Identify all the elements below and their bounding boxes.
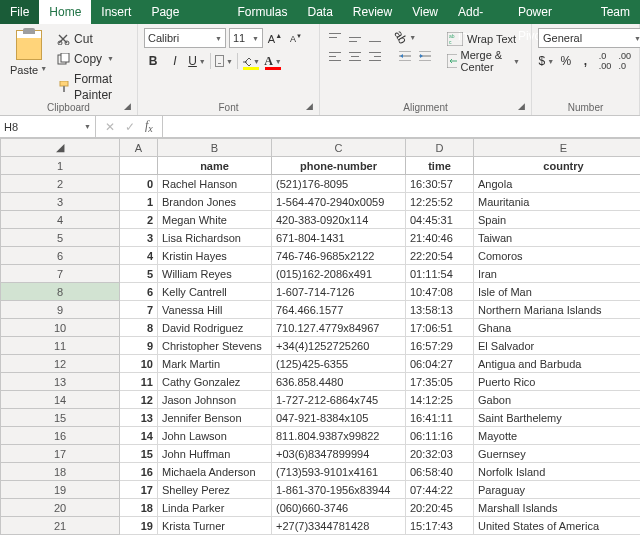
spreadsheet[interactable]: ◢ A B C D E 1 name phone-number time cou…: [0, 138, 640, 535]
col-header[interactable]: D: [406, 139, 474, 157]
currency-button[interactable]: $▼: [538, 52, 555, 70]
cell[interactable]: David Rodriguez: [158, 319, 272, 337]
cell[interactable]: Brandon Jones: [158, 193, 272, 211]
tab-insert[interactable]: Insert: [91, 0, 141, 24]
cell[interactable]: Angola: [474, 175, 641, 193]
cell[interactable]: 811.804.9387x99822: [272, 427, 406, 445]
cell[interactable]: 4: [120, 247, 158, 265]
cell[interactable]: Cathy Gonzalez: [158, 373, 272, 391]
cell[interactable]: Norfolk Island: [474, 463, 641, 481]
cell[interactable]: Iran: [474, 265, 641, 283]
row-header[interactable]: 12: [1, 355, 120, 373]
font-color-button[interactable]: A▼: [264, 52, 282, 70]
row-header[interactable]: 15: [1, 409, 120, 427]
tab-view[interactable]: View: [402, 0, 448, 24]
cell[interactable]: 710.127.4779x84967: [272, 319, 406, 337]
col-header[interactable]: C: [272, 139, 406, 157]
cell[interactable]: 10:47:08: [406, 283, 474, 301]
cell[interactable]: Christopher Stevens: [158, 337, 272, 355]
align-center-button[interactable]: [346, 47, 364, 65]
cell[interactable]: 06:04:27: [406, 355, 474, 373]
align-right-button[interactable]: [366, 47, 384, 65]
cell[interactable]: 17:06:51: [406, 319, 474, 337]
cell[interactable]: (125)425-6355: [272, 355, 406, 373]
cell[interactable]: Mauritania: [474, 193, 641, 211]
border-button[interactable]: ▼: [215, 52, 233, 70]
select-all-corner[interactable]: ◢: [1, 139, 120, 157]
cell[interactable]: 13:58:13: [406, 301, 474, 319]
cell[interactable]: Kristin Hayes: [158, 247, 272, 265]
cell[interactable]: 20:20:45: [406, 499, 474, 517]
cell[interactable]: 1-861-370-1956x83944: [272, 481, 406, 499]
row-header[interactable]: 1: [1, 157, 120, 175]
cell[interactable]: 17:35:05: [406, 373, 474, 391]
cell[interactable]: 16:57:29: [406, 337, 474, 355]
cell[interactable]: 6: [120, 283, 158, 301]
cell[interactable]: John Lawson: [158, 427, 272, 445]
cell[interactable]: 20:32:03: [406, 445, 474, 463]
cell[interactable]: 1-607-714-7126: [272, 283, 406, 301]
dialog-launcher-icon[interactable]: ◢: [515, 101, 527, 113]
enter-icon[interactable]: ✓: [120, 120, 140, 134]
cell[interactable]: Gabon: [474, 391, 641, 409]
cell[interactable]: 047-921-8384x105: [272, 409, 406, 427]
formula-input[interactable]: [163, 116, 640, 137]
increase-decimal-button[interactable]: .0.00: [597, 52, 614, 70]
cell[interactable]: 16: [120, 463, 158, 481]
cell[interactable]: John Huffman: [158, 445, 272, 463]
font-size-select[interactable]: 11 ▼: [229, 28, 263, 48]
cell[interactable]: Guernsey: [474, 445, 641, 463]
row-header[interactable]: 21: [1, 517, 120, 535]
cell[interactable]: name: [158, 157, 272, 175]
orientation-button[interactable]: ab▼: [396, 28, 414, 46]
cell[interactable]: Kelly Cantrell: [158, 283, 272, 301]
row-header[interactable]: 17: [1, 445, 120, 463]
cell[interactable]: 5: [120, 265, 158, 283]
cell[interactable]: (060)660-3746: [272, 499, 406, 517]
cell[interactable]: 17: [120, 481, 158, 499]
tab-home[interactable]: Home: [39, 0, 91, 24]
cell[interactable]: Saint Barthelemy: [474, 409, 641, 427]
fill-color-button[interactable]: ▼: [242, 52, 260, 70]
row-header[interactable]: 13: [1, 373, 120, 391]
cell[interactable]: El Salvador: [474, 337, 641, 355]
cell[interactable]: [120, 157, 158, 175]
cell[interactable]: 8: [120, 319, 158, 337]
cell[interactable]: Antigua and Barbuda: [474, 355, 641, 373]
col-header[interactable]: A: [120, 139, 158, 157]
cut-button[interactable]: Cut: [54, 30, 131, 48]
cell[interactable]: 15: [120, 445, 158, 463]
cell[interactable]: 06:11:16: [406, 427, 474, 445]
cell[interactable]: Marshall Islands: [474, 499, 641, 517]
row-header[interactable]: 5: [1, 229, 120, 247]
cell[interactable]: Jason Johnson: [158, 391, 272, 409]
row-header[interactable]: 14: [1, 391, 120, 409]
cell[interactable]: Paraguay: [474, 481, 641, 499]
cell[interactable]: 11: [120, 373, 158, 391]
cell[interactable]: Ghana: [474, 319, 641, 337]
cell[interactable]: +27(7)3344781428: [272, 517, 406, 535]
cell[interactable]: Krista Turner: [158, 517, 272, 535]
cell[interactable]: Spain: [474, 211, 641, 229]
cell[interactable]: 420-383-0920x114: [272, 211, 406, 229]
cell[interactable]: 04:45:31: [406, 211, 474, 229]
cell[interactable]: Northern Mariana Islands: [474, 301, 641, 319]
cell[interactable]: (015)162-2086x491: [272, 265, 406, 283]
cell[interactable]: 18: [120, 499, 158, 517]
cell[interactable]: Megan White: [158, 211, 272, 229]
row-header[interactable]: 16: [1, 427, 120, 445]
cell[interactable]: 1-727-212-6864x745: [272, 391, 406, 409]
cell[interactable]: 16:41:11: [406, 409, 474, 427]
tab-team[interactable]: Team: [591, 0, 640, 24]
tab-power-pivot[interactable]: Power Pivot: [508, 0, 591, 24]
cell[interactable]: Isle of Man: [474, 283, 641, 301]
cell[interactable]: 1: [120, 193, 158, 211]
cell[interactable]: Vanessa Hill: [158, 301, 272, 319]
cell[interactable]: Puerto Rico: [474, 373, 641, 391]
row-header[interactable]: 18: [1, 463, 120, 481]
decrease-indent-button[interactable]: [396, 47, 414, 65]
cell[interactable]: 10: [120, 355, 158, 373]
italic-button[interactable]: I: [166, 52, 184, 70]
increase-font-button[interactable]: A▲: [266, 29, 284, 47]
dialog-launcher-icon[interactable]: ◢: [303, 101, 315, 113]
